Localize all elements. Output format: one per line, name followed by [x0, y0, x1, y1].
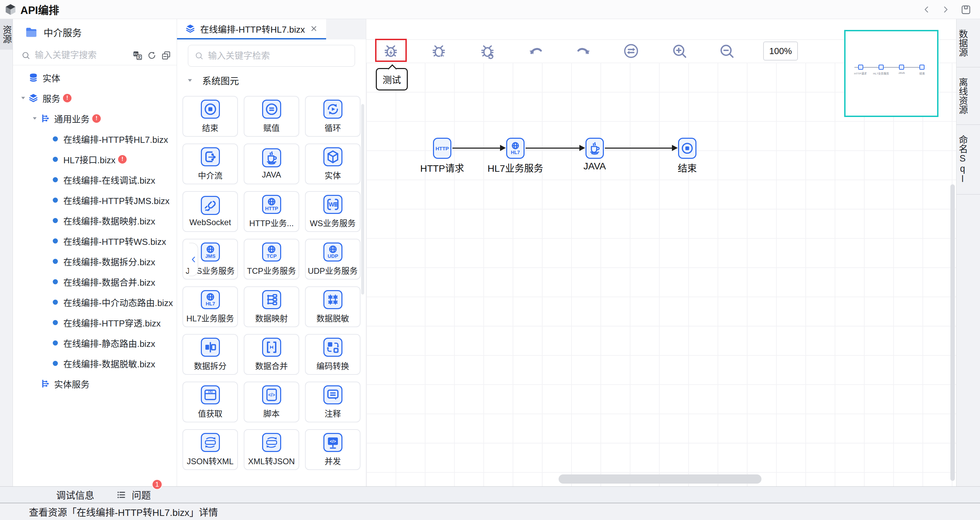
left-rail: 资源: [0, 19, 13, 486]
palette-item[interactable]: HTTPHTTP业务...: [244, 191, 299, 232]
bottom-tab[interactable]: 问题1: [116, 488, 151, 502]
tree-item-label: 实体: [43, 71, 60, 84]
tree-item[interactable]: 实体: [13, 67, 177, 88]
flow-node-iconbox: [678, 138, 697, 159]
palette-collapse-handle[interactable]: [189, 243, 198, 276]
palette-item[interactable]: 数据映射: [244, 286, 299, 327]
palette-item[interactable]: WWS业务服务: [305, 191, 361, 232]
canvas-vertical-scrollbar[interactable]: [950, 184, 955, 481]
palette-item[interactable]: 编码转换: [305, 334, 361, 375]
palette-section-header[interactable]: 系统图元: [177, 73, 366, 88]
palette-item[interactable]: UDPUDP业务服务: [305, 239, 361, 279]
collapse-panels-icon[interactable]: [161, 50, 171, 60]
flow-node[interactable]: HTTPHTTP请求: [433, 138, 451, 159]
minimap[interactable]: HTTP请求HL7业务服务JAVA结束: [844, 30, 939, 117]
palette-item-iconbox: TCP: [262, 243, 281, 262]
tree-item[interactable]: 在线编排-在线调试.bizx: [13, 170, 177, 190]
debug-restart-button[interactable]: [477, 41, 498, 61]
palette-item[interactable]: 数据合并: [244, 334, 299, 375]
palette-item[interactable]: WebSocket: [183, 191, 238, 232]
palette-item[interactable]: 数据脱敏: [305, 286, 361, 327]
expander-chevron-down-icon[interactable]: [30, 115, 40, 122]
palette-item[interactable]: TCPTCP业务服务: [244, 239, 299, 279]
palette-item-iconbox: [201, 338, 220, 357]
flow-node[interactable]: HL7HL7业务服务: [506, 138, 525, 159]
end-icon: [203, 102, 218, 117]
palette-item[interactable]: </>并发: [305, 429, 361, 470]
zoom-out-button[interactable]: [716, 41, 737, 61]
sidebar-search-input[interactable]: [35, 50, 128, 60]
editor-tab[interactable]: 在线编排-HTTP转HL7.bizx: [177, 19, 326, 40]
header-actions: [922, 4, 971, 15]
palette-item[interactable]: 赋值: [244, 96, 299, 137]
zoom-in-button[interactable]: [669, 41, 690, 61]
tree-item[interactable]: 在线编排-中介动态路由.bizx: [13, 292, 177, 312]
rail-tab-3[interactable]: 命名Sql: [956, 125, 980, 195]
rail-tab-1[interactable]: 数据源: [956, 19, 980, 67]
tree-item[interactable]: 在线编排-HTTP转WS.bizx: [13, 231, 177, 251]
palette-item-iconbox: [323, 338, 342, 357]
globe-protocol-icon: HL7: [203, 292, 218, 307]
tree-item[interactable]: 在线编排-数据脱敏.bizx: [13, 353, 177, 373]
tree-item[interactable]: 在线编排-数据拆分.bizx: [13, 251, 177, 271]
redo-button[interactable]: [574, 41, 594, 61]
app-title: API编排: [21, 2, 59, 17]
palette-item[interactable]: 注释: [305, 382, 361, 422]
zoom-level-indicator[interactable]: 100%: [763, 41, 798, 60]
debug-run-button[interactable]: [428, 41, 449, 61]
tree-item[interactable]: 在线编排-静态路由.bizx: [13, 333, 177, 353]
palette-item[interactable]: 结束: [183, 96, 238, 137]
palette-item[interactable]: JSON转XML: [183, 429, 238, 470]
bottom-tab[interactable]: 调试信息: [56, 488, 94, 502]
close-icon[interactable]: [310, 24, 318, 33]
canvas-horizontal-scrollbar[interactable]: [558, 474, 762, 484]
translate-icon[interactable]: En文: [132, 50, 143, 60]
tree-item[interactable]: 在线编排-数据映射.bizx: [13, 210, 177, 231]
palette-item[interactable]: 实体: [305, 144, 361, 184]
tree-item-label: 服务: [43, 92, 60, 105]
palette-item[interactable]: HL7HL7业务服务: [183, 286, 238, 327]
minimap-node-icon: [858, 65, 863, 70]
palette-item-label: 赋值: [264, 121, 280, 133]
palette-item-label: WebSocket: [189, 218, 231, 227]
undo-button[interactable]: [525, 41, 546, 61]
back-icon[interactable]: [922, 5, 931, 14]
palette-item-iconbox: W: [323, 195, 342, 214]
refresh-icon[interactable]: [147, 50, 157, 60]
palette-item[interactable]: JAVA: [244, 144, 299, 184]
palette-item-iconbox: [262, 148, 281, 167]
tree-item[interactable]: 实体服务: [13, 373, 177, 394]
palette-search-input[interactable]: [208, 51, 348, 61]
tree-item[interactable]: 在线编排-HTTP转JMS.bizx: [13, 190, 177, 210]
flow-node-label: JAVA: [584, 161, 606, 172]
tree-item-label: 在线编排-HTTP转HL7.bizx: [63, 133, 168, 145]
save-icon[interactable]: [960, 4, 971, 15]
forward-icon[interactable]: [941, 5, 950, 14]
encoding-convert-icon: [325, 340, 340, 355]
flow-node-iconbox: [585, 138, 604, 159]
tree-item[interactable]: HL7接口.bizx!: [13, 149, 177, 170]
rail-tab-resources[interactable]: 资源: [0, 19, 13, 50]
palette-item[interactable]: XML转JSON: [244, 429, 299, 470]
flow-node-iconbox: HTTP: [433, 138, 451, 159]
svg-text:</>: </>: [329, 439, 336, 444]
palette-item-label: 值获取: [198, 407, 223, 419]
flow-node[interactable]: JAVA: [585, 138, 604, 159]
palette-item[interactable]: (x)值获取: [183, 382, 238, 422]
palette-item[interactable]: </>脚本: [244, 382, 299, 422]
expander-chevron-down-icon[interactable]: [18, 94, 28, 102]
tree-item[interactable]: 在线编排-HTTP穿透.bizx: [13, 312, 177, 333]
palette-item[interactable]: 循环: [305, 96, 361, 137]
flow-canvas[interactable]: 测试 100% HTTP请求HL7业务服务JAVA结束 HTTPHTTP请求HL…: [366, 19, 956, 486]
tree-item[interactable]: 通用业务!: [13, 108, 177, 128]
tree-item[interactable]: 在线编排-HTTP转HL7.bizx: [13, 128, 177, 149]
tree-item[interactable]: 服务!: [13, 88, 177, 108]
auto-layout-button[interactable]: [621, 41, 641, 61]
rail-tab-2[interactable]: 离线资源: [956, 67, 980, 125]
palette-item[interactable]: 中介流: [183, 144, 238, 184]
layers-icon: [185, 24, 196, 34]
palette-item[interactable]: 数据拆分: [183, 334, 238, 375]
palette-scrollbar[interactable]: [361, 104, 364, 295]
tree-item[interactable]: 在线编排-数据合并.bizx: [13, 271, 177, 292]
flow-node[interactable]: 结束: [678, 138, 697, 159]
